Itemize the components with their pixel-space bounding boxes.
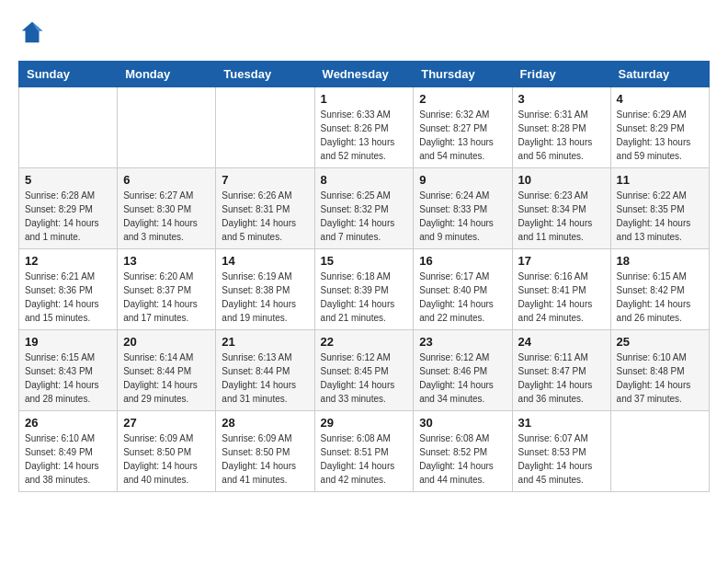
day-number: 19 [25, 335, 111, 349]
day-number: 7 [222, 173, 308, 187]
calendar-cell: 28Sunrise: 6:09 AM Sunset: 8:50 PM Dayli… [216, 411, 314, 492]
weekday-header-thursday: Thursday [414, 62, 512, 87]
day-info: Sunrise: 6:25 AM Sunset: 8:32 PM Dayligh… [321, 189, 408, 244]
day-number: 13 [123, 254, 210, 268]
day-info: Sunrise: 6:15 AM Sunset: 8:42 PM Dayligh… [617, 270, 703, 325]
day-number: 14 [222, 254, 308, 268]
day-number: 20 [123, 335, 210, 349]
day-number: 17 [518, 254, 605, 268]
calendar-cell [118, 87, 216, 168]
calendar-week-row: 1Sunrise: 6:33 AM Sunset: 8:26 PM Daylig… [19, 87, 710, 168]
day-info: Sunrise: 6:17 AM Sunset: 8:40 PM Dayligh… [419, 270, 506, 325]
weekday-header-wednesday: Wednesday [314, 62, 414, 87]
calendar-cell: 15Sunrise: 6:18 AM Sunset: 8:39 PM Dayli… [314, 249, 414, 330]
calendar-cell: 10Sunrise: 6:23 AM Sunset: 8:34 PM Dayli… [512, 168, 610, 249]
day-number: 11 [617, 173, 703, 187]
day-info: Sunrise: 6:29 AM Sunset: 8:29 PM Dayligh… [617, 108, 703, 163]
day-number: 25 [617, 335, 703, 349]
day-info: Sunrise: 6:18 AM Sunset: 8:39 PM Dayligh… [321, 270, 408, 325]
calendar-cell: 13Sunrise: 6:20 AM Sunset: 8:37 PM Dayli… [118, 249, 216, 330]
day-number: 6 [123, 173, 210, 187]
day-info: Sunrise: 6:09 AM Sunset: 8:50 PM Dayligh… [123, 431, 210, 487]
day-info: Sunrise: 6:08 AM Sunset: 8:52 PM Dayligh… [419, 431, 506, 487]
day-number: 1 [321, 92, 408, 106]
calendar-cell: 22Sunrise: 6:12 AM Sunset: 8:45 PM Dayli… [314, 330, 414, 411]
day-number: 9 [419, 173, 506, 187]
calendar-cell: 12Sunrise: 6:21 AM Sunset: 8:36 PM Dayli… [19, 249, 118, 330]
day-info: Sunrise: 6:14 AM Sunset: 8:44 PM Dayligh… [123, 350, 210, 406]
day-info: Sunrise: 6:15 AM Sunset: 8:43 PM Dayligh… [25, 350, 111, 406]
day-info: Sunrise: 6:23 AM Sunset: 8:34 PM Dayligh… [518, 189, 605, 244]
day-info: Sunrise: 6:32 AM Sunset: 8:27 PM Dayligh… [419, 108, 506, 163]
logo [18, 18, 50, 46]
day-info: Sunrise: 6:08 AM Sunset: 8:51 PM Dayligh… [321, 431, 408, 487]
day-info: Sunrise: 6:24 AM Sunset: 8:33 PM Dayligh… [419, 189, 506, 244]
calendar-cell: 21Sunrise: 6:13 AM Sunset: 8:44 PM Dayli… [216, 330, 314, 411]
day-number: 23 [419, 335, 506, 349]
day-info: Sunrise: 6:26 AM Sunset: 8:31 PM Dayligh… [222, 189, 308, 244]
day-number: 5 [25, 173, 111, 187]
calendar-cell: 7Sunrise: 6:26 AM Sunset: 8:31 PM Daylig… [216, 168, 314, 249]
day-info: Sunrise: 6:10 AM Sunset: 8:48 PM Dayligh… [617, 350, 703, 406]
day-info: Sunrise: 6:16 AM Sunset: 8:41 PM Dayligh… [518, 270, 605, 325]
weekday-header-friday: Friday [512, 62, 610, 87]
day-info: Sunrise: 6:28 AM Sunset: 8:29 PM Dayligh… [25, 189, 111, 244]
calendar-cell: 23Sunrise: 6:12 AM Sunset: 8:46 PM Dayli… [414, 330, 512, 411]
day-info: Sunrise: 6:33 AM Sunset: 8:26 PM Dayligh… [321, 108, 408, 163]
calendar-cell: 24Sunrise: 6:11 AM Sunset: 8:47 PM Dayli… [512, 330, 610, 411]
day-number: 18 [617, 254, 703, 268]
day-number: 12 [25, 254, 111, 268]
calendar-cell [216, 87, 314, 168]
day-number: 2 [419, 92, 506, 106]
day-number: 8 [321, 173, 408, 187]
day-info: Sunrise: 6:11 AM Sunset: 8:47 PM Dayligh… [518, 350, 605, 406]
calendar-cell: 26Sunrise: 6:10 AM Sunset: 8:49 PM Dayli… [19, 411, 118, 492]
calendar-cell: 3Sunrise: 6:31 AM Sunset: 8:28 PM Daylig… [512, 87, 610, 168]
day-number: 16 [419, 254, 506, 268]
calendar-cell: 5Sunrise: 6:28 AM Sunset: 8:29 PM Daylig… [19, 168, 118, 249]
weekday-header-sunday: Sunday [19, 62, 118, 87]
day-info: Sunrise: 6:10 AM Sunset: 8:49 PM Dayligh… [25, 431, 111, 487]
day-number: 15 [321, 254, 408, 268]
calendar-cell: 11Sunrise: 6:22 AM Sunset: 8:35 PM Dayli… [610, 168, 709, 249]
calendar-cell: 17Sunrise: 6:16 AM Sunset: 8:41 PM Dayli… [512, 249, 610, 330]
calendar-cell: 29Sunrise: 6:08 AM Sunset: 8:51 PM Dayli… [314, 411, 414, 492]
day-number: 27 [123, 416, 210, 430]
calendar-cell: 1Sunrise: 6:33 AM Sunset: 8:26 PM Daylig… [314, 87, 414, 168]
day-info: Sunrise: 6:07 AM Sunset: 8:53 PM Dayligh… [518, 431, 605, 487]
weekday-header-tuesday: Tuesday [216, 62, 314, 87]
day-number: 26 [25, 416, 111, 430]
calendar-cell: 14Sunrise: 6:19 AM Sunset: 8:38 PM Dayli… [216, 249, 314, 330]
logo-icon [18, 18, 46, 46]
weekday-header-monday: Monday [118, 62, 216, 87]
day-number: 3 [518, 92, 605, 106]
calendar-cell: 2Sunrise: 6:32 AM Sunset: 8:27 PM Daylig… [414, 87, 512, 168]
day-info: Sunrise: 6:09 AM Sunset: 8:50 PM Dayligh… [222, 431, 308, 487]
calendar-cell [610, 411, 709, 492]
calendar-cell: 16Sunrise: 6:17 AM Sunset: 8:40 PM Dayli… [414, 249, 512, 330]
day-info: Sunrise: 6:31 AM Sunset: 8:28 PM Dayligh… [518, 108, 605, 163]
day-info: Sunrise: 6:13 AM Sunset: 8:44 PM Dayligh… [222, 350, 308, 406]
calendar-cell: 27Sunrise: 6:09 AM Sunset: 8:50 PM Dayli… [118, 411, 216, 492]
day-info: Sunrise: 6:22 AM Sunset: 8:35 PM Dayligh… [617, 189, 703, 244]
calendar-week-row: 26Sunrise: 6:10 AM Sunset: 8:49 PM Dayli… [19, 411, 710, 492]
day-number: 22 [321, 335, 408, 349]
day-number: 4 [617, 92, 703, 106]
day-info: Sunrise: 6:21 AM Sunset: 8:36 PM Dayligh… [25, 270, 111, 325]
svg-marker-0 [22, 22, 43, 43]
calendar-cell: 4Sunrise: 6:29 AM Sunset: 8:29 PM Daylig… [610, 87, 709, 168]
day-number: 29 [321, 416, 408, 430]
calendar-cell [19, 87, 118, 168]
weekday-header-row: SundayMondayTuesdayWednesdayThursdayFrid… [19, 62, 710, 87]
day-info: Sunrise: 6:20 AM Sunset: 8:37 PM Dayligh… [123, 270, 210, 325]
calendar-cell: 8Sunrise: 6:25 AM Sunset: 8:32 PM Daylig… [314, 168, 414, 249]
calendar-week-row: 19Sunrise: 6:15 AM Sunset: 8:43 PM Dayli… [19, 330, 710, 411]
page-header [18, 18, 710, 46]
day-info: Sunrise: 6:12 AM Sunset: 8:45 PM Dayligh… [321, 350, 408, 406]
day-info: Sunrise: 6:19 AM Sunset: 8:38 PM Dayligh… [222, 270, 308, 325]
calendar-week-row: 12Sunrise: 6:21 AM Sunset: 8:36 PM Dayli… [19, 249, 710, 330]
calendar-cell: 9Sunrise: 6:24 AM Sunset: 8:33 PM Daylig… [414, 168, 512, 249]
calendar-cell: 25Sunrise: 6:10 AM Sunset: 8:48 PM Dayli… [610, 330, 709, 411]
weekday-header-saturday: Saturday [610, 62, 709, 87]
calendar-cell: 19Sunrise: 6:15 AM Sunset: 8:43 PM Dayli… [19, 330, 118, 411]
